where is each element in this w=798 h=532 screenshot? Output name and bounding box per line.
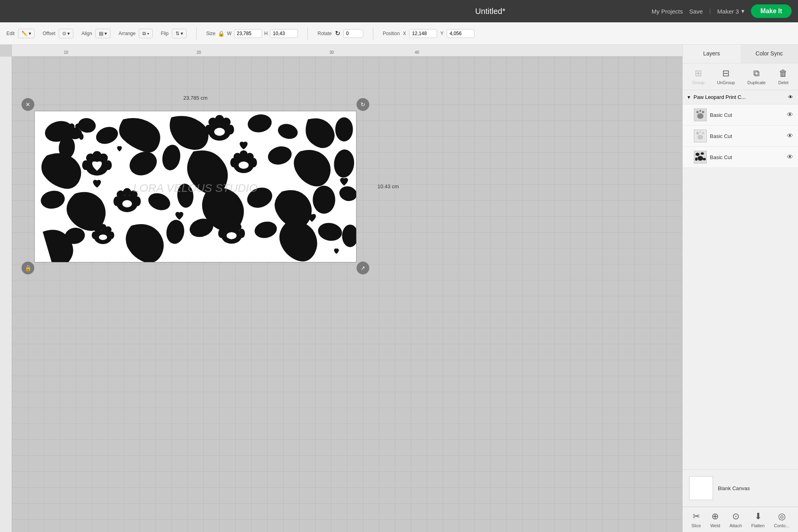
svg-point-6	[69, 124, 75, 130]
contour-tool[interactable]: ◎ Conto...	[774, 511, 790, 528]
svg-point-71	[696, 111, 699, 113]
arrange-label: Arrange	[118, 31, 136, 36]
lock-handle[interactable]: 🔒	[22, 262, 34, 274]
offset-button[interactable]: ⊙ ▾	[59, 29, 73, 38]
layer-eye-1[interactable]: 👁	[787, 111, 793, 118]
right-panel: Layers Color Sync ⊞ Group ⊟ UnGroup ⧉ Du…	[682, 45, 798, 532]
layer-name-3: Basic Cut	[710, 154, 784, 160]
ruler-top: 10 20 30 40	[12, 45, 682, 57]
duplicate-label: Duplicate	[747, 80, 766, 85]
arrange-group: Arrange ⧉ ▾	[118, 29, 153, 38]
size-label: Size	[206, 31, 215, 36]
svg-point-19	[335, 117, 353, 141]
arrange-button[interactable]: ⧉ ▾	[139, 29, 153, 38]
slice-label: Slice	[692, 523, 701, 528]
save-button[interactable]: Save	[689, 8, 703, 15]
close-handle[interactable]: ✕	[22, 98, 34, 111]
rotate-icon: ↻	[335, 30, 340, 37]
bottom-panel: ✂ Slice ⊕ Weld ⊙ Attach ⬇ Flatten ◎ Cont…	[683, 507, 798, 532]
layer-group-header[interactable]: ▾ Paw Leopard Print C... 👁	[683, 90, 798, 104]
flatten-tool[interactable]: ⬇ Flatten	[751, 511, 765, 528]
make-it-button[interactable]: Make It	[751, 4, 792, 18]
panel-tabs: Layers Color Sync	[683, 45, 798, 63]
svg-point-7	[75, 124, 81, 130]
my-projects-link[interactable]: My Projects	[652, 8, 683, 15]
lock-icon: 🔒	[218, 30, 225, 37]
scale-handle[interactable]: ↗	[357, 262, 369, 274]
edit-pen-button[interactable]: ✏️ ▾	[18, 29, 35, 38]
contour-label: Conto...	[774, 523, 790, 528]
svg-point-65	[239, 229, 245, 238]
design-box[interactable]: LORA VELOUS STUDIO	[34, 111, 357, 262]
x-label: X	[403, 31, 406, 36]
position-group: Position X Y	[383, 29, 475, 38]
layer-eye-2[interactable]: 👁	[787, 132, 793, 140]
duplicate-action[interactable]: ⧉ Duplicate	[747, 68, 766, 85]
svg-point-24	[82, 160, 89, 170]
y-input[interactable]	[447, 29, 475, 38]
group-action[interactable]: ⊞ Group	[692, 68, 705, 85]
offset-label: Offset	[43, 31, 55, 36]
top-bar: Untitled* My Projects Save | Maker 3 ▾ M…	[0, 0, 798, 22]
rotate-handle[interactable]: ↻	[357, 98, 369, 111]
canvas-area[interactable]: 10 20 30 40 23.785 cm 10.43 cm ✕ ↻ 🔒	[0, 45, 682, 532]
svg-point-84	[703, 158, 706, 160]
align-group: Align ▤ ▾	[81, 29, 110, 38]
ungroup-icon: ⊟	[722, 68, 729, 79]
svg-point-8	[66, 134, 71, 140]
layer-eye-3[interactable]: 👁	[787, 154, 793, 161]
layer-name-1: Basic Cut	[710, 112, 784, 118]
flip-group: Flip ⇅ ▾	[161, 29, 187, 38]
svg-point-14	[205, 125, 212, 134]
layer-thumb-2	[694, 130, 707, 142]
svg-point-33	[250, 158, 257, 167]
layer-item[interactable]: Basic Cut 👁	[683, 147, 798, 168]
ruler-mark: 30	[329, 50, 334, 55]
layer-item[interactable]: Basic Cut 👁	[683, 126, 798, 147]
svg-point-32	[230, 158, 236, 167]
svg-point-44	[122, 200, 132, 207]
svg-point-72	[699, 110, 701, 112]
ruler-mark: 20	[197, 50, 201, 55]
y-label: Y	[440, 31, 443, 36]
svg-point-77	[702, 132, 704, 134]
rotate-input[interactable]	[343, 29, 363, 38]
group-icon: ⊞	[695, 68, 702, 79]
machine-selector[interactable]: Maker 3 ▾	[717, 8, 745, 15]
blank-canvas-label: Blank Canvas	[718, 485, 750, 491]
delete-action[interactable]: 🗑 Delet	[778, 68, 788, 85]
svg-point-82	[698, 156, 703, 161]
canvas-grid[interactable]: 23.785 cm 10.43 cm ✕ ↻ 🔒 ↗	[12, 57, 682, 532]
svg-point-80	[696, 153, 699, 156]
weld-icon: ⊕	[711, 511, 719, 522]
delete-label: Delet	[778, 80, 788, 85]
align-button[interactable]: ▤ ▾	[95, 29, 110, 38]
ruler-mark: 40	[415, 50, 419, 55]
flip-button[interactable]: ⇅ ▾	[172, 29, 187, 38]
tab-layers[interactable]: Layers	[683, 45, 741, 63]
ruler-left	[0, 57, 12, 532]
height-input[interactable]	[270, 29, 298, 38]
design-container[interactable]: 23.785 cm 10.43 cm ✕ ↻ 🔒 ↗	[28, 104, 363, 268]
svg-point-76	[699, 131, 701, 133]
ruler-mark: 10	[64, 50, 68, 55]
slice-tool[interactable]: ✂ Slice	[692, 511, 701, 528]
ungroup-action[interactable]: ⊟ UnGroup	[717, 68, 735, 85]
svg-point-78	[698, 135, 703, 140]
weld-tool[interactable]: ⊕ Weld	[710, 511, 720, 528]
height-label: H	[264, 31, 268, 36]
attach-tool[interactable]: ⊙ Attach	[729, 511, 742, 528]
layer-name-2: Basic Cut	[710, 133, 784, 139]
group-eye-icon[interactable]: 👁	[788, 94, 793, 100]
width-input[interactable]	[234, 29, 262, 38]
tab-color-sync[interactable]: Color Sync	[741, 45, 798, 63]
svg-point-48	[313, 185, 335, 214]
flip-label: Flip	[161, 31, 168, 36]
machine-label: Maker 3	[717, 8, 739, 15]
top-right-actions: My Projects Save | Maker 3 ▾ Make It	[652, 4, 792, 18]
layer-item[interactable]: Basic Cut 👁	[683, 104, 798, 126]
layers-section: ▾ Paw Leopard Print C... 👁 Basic Cut 👁 B…	[683, 90, 798, 469]
slice-icon: ✂	[693, 511, 700, 522]
svg-point-57	[99, 234, 107, 240]
x-input[interactable]	[409, 29, 437, 38]
